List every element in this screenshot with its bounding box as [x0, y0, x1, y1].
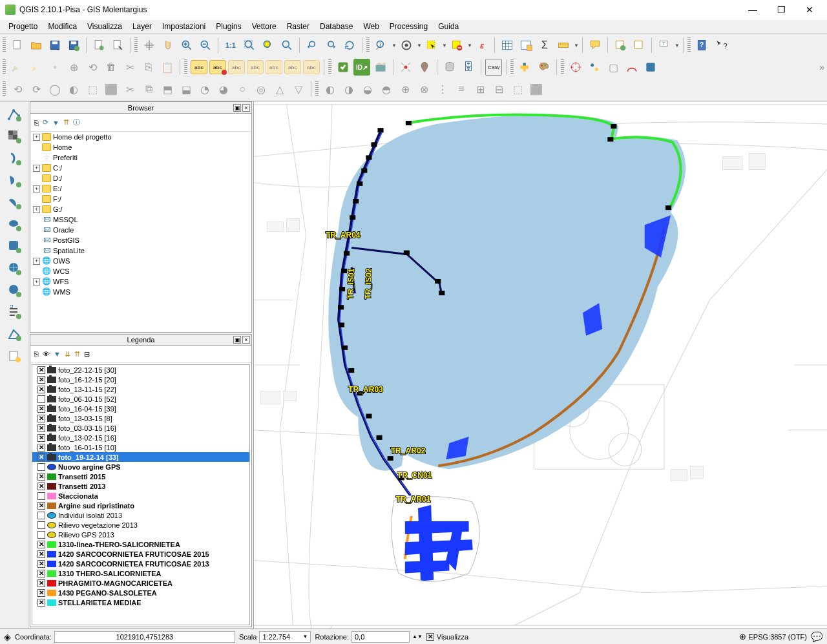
label-button-2[interactable]: abc [209, 60, 226, 74]
browser-close-button[interactable]: × [242, 104, 250, 112]
menu-progetto[interactable]: Progetto [4, 21, 42, 32]
browser-item[interactable]: 🖂PostGIS [30, 235, 251, 245]
digi-27[interactable]: ⬚ [509, 81, 526, 98]
layer-row[interactable]: ✕foto_03-03-15 [16] [32, 423, 249, 433]
close-button[interactable]: ✕ [800, 5, 819, 15]
bookmark-show-button[interactable] [631, 37, 647, 54]
digi-23[interactable]: ⋮ [434, 81, 451, 98]
label-button-4[interactable]: abc [247, 60, 264, 74]
digi-21[interactable]: ⊕ [397, 81, 414, 98]
digi-25[interactable]: ⊞ [472, 81, 488, 98]
remove-icon[interactable]: ⊟ [84, 350, 90, 358]
layer-row[interactable]: Staccionata [32, 491, 249, 501]
add-spatialite-button[interactable] [5, 171, 23, 189]
new-print-button[interactable] [90, 37, 107, 54]
digi-19[interactable]: ◒ [359, 81, 376, 98]
layer-row[interactable]: ✕foto_16-04-15 [39] [32, 404, 249, 413]
label-button-1[interactable]: abc [191, 60, 207, 74]
zoom-out-button[interactable] [197, 37, 214, 54]
digi-16[interactable]: ▽ [290, 81, 307, 98]
zoom-next-button[interactable] [322, 37, 339, 54]
minimize-button[interactable]: — [743, 5, 762, 15]
digi-26[interactable]: ⊟ [490, 81, 507, 98]
layer-row[interactable]: ✕foto_16-01-15 [10] [32, 442, 249, 452]
refresh-button[interactable] [341, 37, 358, 54]
menu-impostazioni[interactable]: Impostazioni [158, 21, 210, 32]
plugin-db1-button[interactable] [441, 59, 458, 76]
filter-icon[interactable]: ▼ [52, 119, 59, 127]
filter-legend-icon[interactable]: ▼ [54, 350, 61, 358]
scale-input[interactable]: 1:22.754▼ [259, 631, 311, 643]
cut-button[interactable]: ✂ [121, 59, 138, 76]
zoom-layer-button[interactable] [278, 37, 295, 54]
delete-button[interactable]: 🗑 [103, 59, 120, 76]
rotation-input[interactable] [351, 631, 410, 643]
save-as-button[interactable] [65, 37, 82, 54]
copy-button[interactable]: ⎘ [140, 59, 157, 76]
refresh-icon[interactable]: ⟳ [43, 118, 48, 127]
zoom-full-button[interactable] [241, 37, 258, 54]
layer-row[interactable]: foto_06-10-15 [52] [32, 394, 249, 404]
layer-row[interactable]: Rilievo vegetazione 2013 [32, 520, 249, 530]
menu-layer[interactable]: Layer [128, 21, 156, 32]
layer-row[interactable]: ✕Transetti 2015 [32, 472, 249, 481]
open-project-button[interactable] [28, 37, 45, 54]
zoom-selection-button[interactable] [260, 37, 277, 54]
digi-3[interactable]: ◯ [47, 81, 63, 98]
plugin-qc-button[interactable] [335, 59, 351, 76]
plugin-raster-button[interactable] [372, 59, 389, 76]
layer-row[interactable]: Individui isolati 2013 [32, 510, 249, 520]
new-project-button[interactable] [9, 37, 26, 54]
browser-item[interactable]: 🖂Oracle [30, 225, 251, 235]
tool-b-button[interactable]: ▢ [605, 59, 622, 76]
layer-row[interactable]: ✕Argine sud ripristinato [32, 501, 249, 510]
plugin-marker-button[interactable] [416, 59, 433, 76]
browser-item[interactable]: +🌐WFS [30, 276, 251, 287]
add-mssql-button[interactable] [5, 193, 23, 211]
print-composer-button[interactable] [109, 37, 126, 54]
zoom-native-button[interactable]: 1:1 [222, 37, 239, 54]
digi-4[interactable]: ◐ [65, 81, 82, 98]
digi-12[interactable]: ◕ [215, 81, 232, 98]
browser-item[interactable]: +E:/ [30, 183, 251, 194]
coord-capture-button[interactable] [567, 59, 584, 76]
browser-item[interactable]: +🌐OWS [30, 256, 251, 266]
layer-row[interactable]: Nuovo argine GPS [32, 462, 249, 472]
add-postgis-button[interactable] [5, 149, 23, 167]
digi-20[interactable]: ◓ [378, 81, 395, 98]
plugin-csw-button[interactable]: CSW [485, 59, 502, 76]
add-feature-button[interactable]: ◦ [47, 59, 63, 76]
move-feature-button[interactable]: ⊕ [65, 59, 82, 76]
add-wfs-button[interactable] [5, 259, 23, 277]
digi-2[interactable]: ⟳ [28, 81, 45, 98]
deselect-button[interactable] [448, 37, 465, 54]
plugin-db2-button[interactable]: 🗄 [460, 59, 477, 76]
add-layer-icon[interactable]: ⎘ [34, 119, 39, 127]
digi-6[interactable]: ⬛ [103, 81, 120, 98]
menu-guida[interactable]: Guida [434, 21, 463, 32]
table-button[interactable] [499, 37, 516, 54]
browser-item[interactable]: ☆Preferiti [30, 152, 251, 163]
menu-plugins[interactable]: Plugins [211, 21, 246, 32]
menu-visualizza[interactable]: Visualizza [83, 21, 127, 32]
add-wfs2-button[interactable] [5, 281, 23, 299]
browser-item[interactable]: 🌐WCS [30, 266, 251, 276]
digi-13[interactable]: ○ [234, 81, 251, 98]
toggle-extents-icon[interactable]: ◈ [4, 632, 11, 642]
layer-row[interactable]: ✕1420 SARCOCORNIETEA FRUTICOSAE 2013 [32, 559, 249, 568]
props-icon[interactable]: ⓘ [73, 118, 80, 127]
add-csv-button[interactable]: 9 [5, 303, 23, 321]
render-checkbox[interactable]: ✕ [426, 633, 434, 641]
select-button[interactable] [423, 37, 440, 54]
browser-item[interactable]: 🌐WMS [30, 287, 251, 297]
edit-toggle-button[interactable] [9, 59, 26, 76]
browser-undock-button[interactable]: ▣ [233, 104, 241, 112]
new-shapefile-button[interactable] [5, 347, 23, 365]
layer-row[interactable]: ✕1420 SARCOCORNIETEA FRUTICOSAE 2015 [32, 549, 249, 559]
pan-selection-button[interactable] [160, 37, 176, 54]
map-tips-button[interactable] [587, 37, 603, 54]
zoom-last-button[interactable] [304, 37, 320, 54]
label-button-3[interactable]: abc [228, 60, 245, 74]
digi-10[interactable]: ⬓ [178, 81, 194, 98]
layer-row[interactable]: ✕1310 THERO-SALICORNIETEA [32, 568, 249, 578]
